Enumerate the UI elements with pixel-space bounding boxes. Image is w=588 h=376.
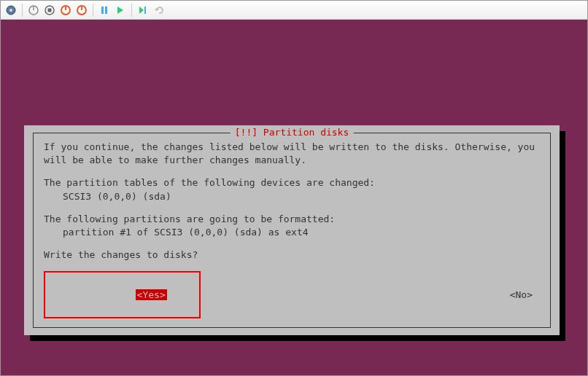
toolbar-separator [131, 4, 132, 17]
vm-toolbar [1, 1, 587, 20]
svg-point-1 [9, 9, 12, 12]
intro-text: If you continue, the changes listed belo… [44, 141, 540, 167]
dialog-wrapper: [!!] Partition disks If you continue, th… [24, 125, 560, 335]
svg-rect-5 [48, 8, 52, 12]
terminal-background: [!!] Partition disks If you continue, th… [1, 20, 587, 375]
power-orange-icon[interactable] [58, 3, 73, 17]
device-item: SCSI3 (0,0,0) (sda) [44, 190, 540, 203]
dialog-title: [!!] Partition disks [231, 126, 354, 139]
svg-rect-11 [105, 7, 107, 14]
button-row: <Yes> <No> [44, 271, 540, 318]
dialog-body: If you continue, the changes listed belo… [44, 141, 540, 318]
toolbar-separator [93, 4, 93, 17]
step-icon[interactable] [136, 3, 150, 17]
stop-icon[interactable] [42, 3, 57, 17]
format-header: The following partitions are going to be… [44, 213, 540, 226]
yes-button[interactable]: <Yes> [136, 289, 167, 300]
prompt-text: Write the changes to disks? [44, 248, 540, 262]
power-orange2-icon[interactable] [74, 3, 89, 17]
settings-icon[interactable] [4, 3, 18, 17]
yes-highlight: <Yes> [44, 271, 201, 318]
no-button[interactable]: <No> [510, 289, 540, 302]
format-item: partition #1 of SCSI3 (0,0,0) (sda) as e… [44, 226, 540, 239]
toolbar-separator [22, 4, 23, 17]
play-icon[interactable] [113, 3, 128, 17]
svg-rect-12 [144, 7, 146, 14]
pause-icon[interactable] [97, 3, 112, 17]
partition-dialog: [!!] Partition disks If you continue, th… [24, 125, 560, 335]
dialog-inner: [!!] Partition disks If you continue, th… [33, 133, 551, 328]
undo-icon[interactable] [152, 3, 166, 17]
power-icon[interactable] [26, 3, 41, 17]
devices-header: The partition tables of the following de… [44, 176, 540, 189]
svg-rect-10 [101, 7, 104, 14]
